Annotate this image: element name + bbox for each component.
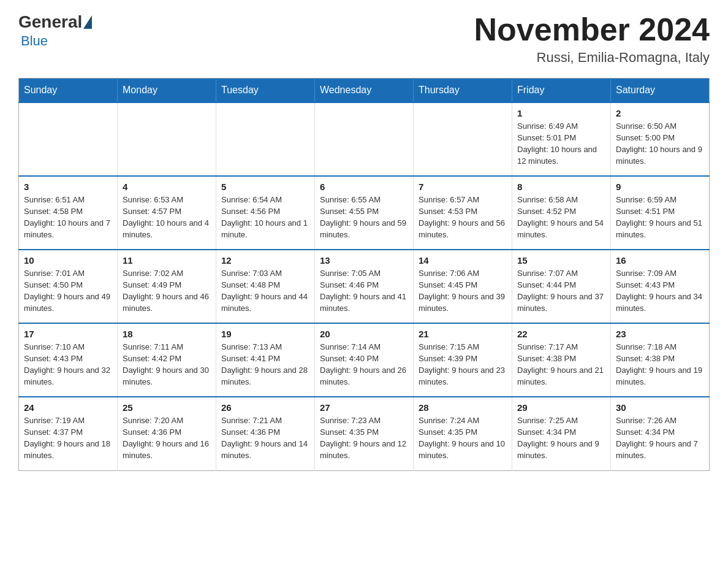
day-info: Sunrise: 7:26 AM Sunset: 4:34 PM Dayligh… bbox=[616, 415, 704, 461]
day-number: 18 bbox=[123, 329, 211, 339]
day-number: 11 bbox=[123, 255, 211, 266]
day-number: 2 bbox=[616, 108, 704, 118]
calendar-cell bbox=[118, 102, 216, 176]
calendar-cell: 28Sunrise: 7:24 AM Sunset: 4:35 PM Dayli… bbox=[414, 397, 512, 470]
calendar-cell: 21Sunrise: 7:15 AM Sunset: 4:39 PM Dayli… bbox=[414, 323, 512, 397]
calendar-cell bbox=[414, 102, 512, 176]
day-info: Sunrise: 7:14 AM Sunset: 4:40 PM Dayligh… bbox=[320, 342, 408, 388]
day-info: Sunrise: 7:09 AM Sunset: 4:43 PM Dayligh… bbox=[616, 268, 704, 314]
calendar-cell: 29Sunrise: 7:25 AM Sunset: 4:34 PM Dayli… bbox=[512, 397, 611, 470]
day-number: 14 bbox=[419, 255, 507, 266]
day-number: 28 bbox=[419, 402, 507, 413]
calendar-cell: 8Sunrise: 6:58 AM Sunset: 4:52 PM Daylig… bbox=[512, 176, 611, 250]
day-number: 30 bbox=[616, 402, 704, 413]
calendar-cell: 4Sunrise: 6:53 AM Sunset: 4:57 PM Daylig… bbox=[118, 176, 216, 250]
day-number: 22 bbox=[517, 329, 605, 339]
weekday-header-friday: Friday bbox=[512, 79, 611, 103]
day-number: 20 bbox=[320, 329, 408, 339]
day-number: 5 bbox=[221, 182, 309, 192]
day-number: 15 bbox=[517, 255, 605, 266]
calendar-cell: 19Sunrise: 7:13 AM Sunset: 4:41 PM Dayli… bbox=[216, 323, 315, 397]
calendar-cell: 15Sunrise: 7:07 AM Sunset: 4:44 PM Dayli… bbox=[512, 250, 611, 323]
day-info: Sunrise: 7:13 AM Sunset: 4:41 PM Dayligh… bbox=[221, 342, 309, 388]
day-info: Sunrise: 7:23 AM Sunset: 4:35 PM Dayligh… bbox=[320, 415, 408, 461]
day-number: 27 bbox=[320, 402, 408, 413]
logo-general-text: General bbox=[18, 12, 82, 32]
calendar-cell: 11Sunrise: 7:02 AM Sunset: 4:49 PM Dayli… bbox=[118, 250, 216, 323]
day-number: 23 bbox=[616, 329, 704, 339]
day-info: Sunrise: 7:03 AM Sunset: 4:48 PM Dayligh… bbox=[221, 268, 309, 314]
calendar-week-row: 3Sunrise: 6:51 AM Sunset: 4:58 PM Daylig… bbox=[19, 176, 710, 250]
calendar-cell: 7Sunrise: 6:57 AM Sunset: 4:53 PM Daylig… bbox=[414, 176, 512, 250]
calendar-cell: 5Sunrise: 6:54 AM Sunset: 4:56 PM Daylig… bbox=[216, 176, 315, 250]
day-info: Sunrise: 6:54 AM Sunset: 4:56 PM Dayligh… bbox=[221, 194, 309, 240]
calendar-cell: 12Sunrise: 7:03 AM Sunset: 4:48 PM Dayli… bbox=[216, 250, 315, 323]
day-number: 4 bbox=[123, 182, 211, 192]
weekday-header-sunday: Sunday bbox=[19, 79, 118, 103]
calendar-cell bbox=[216, 102, 315, 176]
calendar-week-row: 17Sunrise: 7:10 AM Sunset: 4:43 PM Dayli… bbox=[19, 323, 710, 397]
day-info: Sunrise: 6:49 AM Sunset: 5:01 PM Dayligh… bbox=[517, 121, 605, 167]
calendar-cell: 2Sunrise: 6:50 AM Sunset: 5:00 PM Daylig… bbox=[611, 102, 710, 176]
calendar-cell: 10Sunrise: 7:01 AM Sunset: 4:50 PM Dayli… bbox=[19, 250, 118, 323]
logo-triangle-icon bbox=[83, 15, 92, 29]
day-info: Sunrise: 7:02 AM Sunset: 4:49 PM Dayligh… bbox=[123, 268, 211, 314]
day-info: Sunrise: 7:20 AM Sunset: 4:36 PM Dayligh… bbox=[123, 415, 211, 461]
calendar-cell: 27Sunrise: 7:23 AM Sunset: 4:35 PM Dayli… bbox=[315, 397, 414, 470]
day-info: Sunrise: 6:53 AM Sunset: 4:57 PM Dayligh… bbox=[123, 194, 211, 240]
weekday-header-wednesday: Wednesday bbox=[315, 79, 414, 103]
day-number: 9 bbox=[616, 182, 704, 192]
calendar-body: 1Sunrise: 6:49 AM Sunset: 5:01 PM Daylig… bbox=[19, 102, 710, 470]
logo: General Blue bbox=[18, 12, 93, 49]
calendar-cell: 30Sunrise: 7:26 AM Sunset: 4:34 PM Dayli… bbox=[611, 397, 710, 470]
calendar-cell: 9Sunrise: 6:59 AM Sunset: 4:51 PM Daylig… bbox=[611, 176, 710, 250]
weekday-header-monday: Monday bbox=[118, 79, 216, 103]
day-number: 19 bbox=[221, 329, 309, 339]
day-number: 3 bbox=[24, 182, 112, 192]
day-info: Sunrise: 7:24 AM Sunset: 4:35 PM Dayligh… bbox=[419, 415, 507, 461]
page-header: General Blue November 2024 Russi, Emilia… bbox=[18, 12, 710, 66]
day-number: 7 bbox=[419, 182, 507, 192]
day-number: 13 bbox=[320, 255, 408, 266]
day-info: Sunrise: 6:50 AM Sunset: 5:00 PM Dayligh… bbox=[616, 121, 704, 167]
weekday-header-thursday: Thursday bbox=[414, 79, 512, 103]
calendar-cell bbox=[315, 102, 414, 176]
calendar-cell: 16Sunrise: 7:09 AM Sunset: 4:43 PM Dayli… bbox=[611, 250, 710, 323]
day-info: Sunrise: 7:05 AM Sunset: 4:46 PM Dayligh… bbox=[320, 268, 408, 314]
calendar-cell: 1Sunrise: 6:49 AM Sunset: 5:01 PM Daylig… bbox=[512, 102, 611, 176]
calendar-week-row: 10Sunrise: 7:01 AM Sunset: 4:50 PM Dayli… bbox=[19, 250, 710, 323]
day-info: Sunrise: 7:01 AM Sunset: 4:50 PM Dayligh… bbox=[24, 268, 112, 314]
calendar-cell bbox=[19, 102, 118, 176]
calendar-cell: 25Sunrise: 7:20 AM Sunset: 4:36 PM Dayli… bbox=[118, 397, 216, 470]
day-number: 24 bbox=[24, 402, 112, 413]
day-info: Sunrise: 6:55 AM Sunset: 4:55 PM Dayligh… bbox=[320, 194, 408, 240]
calendar-cell: 23Sunrise: 7:18 AM Sunset: 4:38 PM Dayli… bbox=[611, 323, 710, 397]
calendar-cell: 3Sunrise: 6:51 AM Sunset: 4:58 PM Daylig… bbox=[19, 176, 118, 250]
weekday-header-tuesday: Tuesday bbox=[216, 79, 315, 103]
calendar-cell: 20Sunrise: 7:14 AM Sunset: 4:40 PM Dayli… bbox=[315, 323, 414, 397]
day-number: 10 bbox=[24, 255, 112, 266]
day-number: 16 bbox=[616, 255, 704, 266]
day-number: 21 bbox=[419, 329, 507, 339]
day-info: Sunrise: 7:17 AM Sunset: 4:38 PM Dayligh… bbox=[517, 342, 605, 388]
day-info: Sunrise: 7:19 AM Sunset: 4:37 PM Dayligh… bbox=[24, 415, 112, 461]
day-number: 17 bbox=[24, 329, 112, 339]
title-section: November 2024 Russi, Emilia-Romagna, Ita… bbox=[474, 12, 710, 66]
calendar-cell: 26Sunrise: 7:21 AM Sunset: 4:36 PM Dayli… bbox=[216, 397, 315, 470]
day-number: 8 bbox=[517, 182, 605, 192]
day-info: Sunrise: 7:11 AM Sunset: 4:42 PM Dayligh… bbox=[123, 342, 211, 388]
day-info: Sunrise: 7:06 AM Sunset: 4:45 PM Dayligh… bbox=[419, 268, 507, 314]
calendar-cell: 14Sunrise: 7:06 AM Sunset: 4:45 PM Dayli… bbox=[414, 250, 512, 323]
calendar-header: SundayMondayTuesdayWednesdayThursdayFrid… bbox=[19, 79, 710, 103]
calendar-cell: 22Sunrise: 7:17 AM Sunset: 4:38 PM Dayli… bbox=[512, 323, 611, 397]
day-info: Sunrise: 6:57 AM Sunset: 4:53 PM Dayligh… bbox=[419, 194, 507, 240]
day-info: Sunrise: 7:10 AM Sunset: 4:43 PM Dayligh… bbox=[24, 342, 112, 388]
day-info: Sunrise: 7:15 AM Sunset: 4:39 PM Dayligh… bbox=[419, 342, 507, 388]
calendar-week-row: 24Sunrise: 7:19 AM Sunset: 4:37 PM Dayli… bbox=[19, 397, 710, 470]
day-info: Sunrise: 7:25 AM Sunset: 4:34 PM Dayligh… bbox=[517, 415, 605, 461]
day-number: 12 bbox=[221, 255, 309, 266]
day-number: 26 bbox=[221, 402, 309, 413]
weekday-header-row: SundayMondayTuesdayWednesdayThursdayFrid… bbox=[19, 79, 710, 103]
day-info: Sunrise: 7:21 AM Sunset: 4:36 PM Dayligh… bbox=[221, 415, 309, 461]
calendar-cell: 24Sunrise: 7:19 AM Sunset: 4:37 PM Dayli… bbox=[19, 397, 118, 470]
